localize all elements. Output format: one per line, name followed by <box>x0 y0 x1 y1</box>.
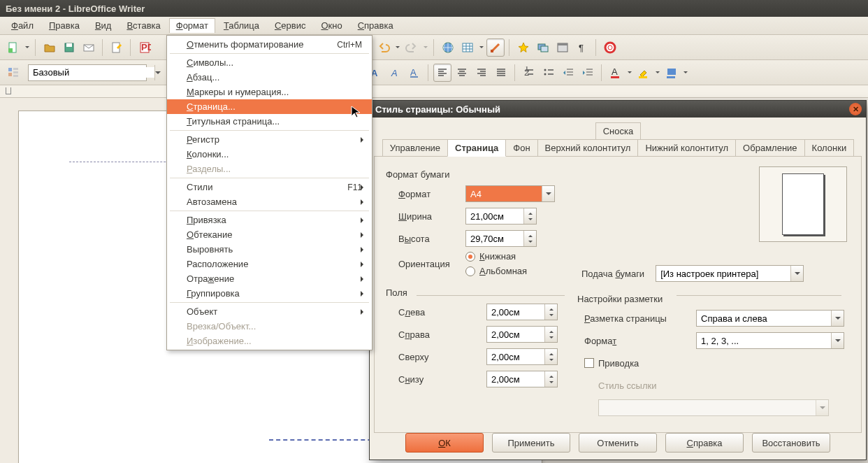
checkbox-register[interactable]: Приводка <box>584 358 651 369</box>
edit-mode-icon[interactable] <box>108 38 126 57</box>
paragraph-style-dropdown[interactable] <box>154 65 161 80</box>
background-color-dropdown[interactable] <box>682 69 689 76</box>
menu-вид[interactable]: Вид <box>88 18 119 33</box>
margin-top-input[interactable] <box>487 349 544 364</box>
radio-landscape[interactable]: Альбомная <box>465 266 533 276</box>
email-icon[interactable] <box>80 38 98 57</box>
paper-tray-input[interactable] <box>656 266 790 281</box>
page-layout-combo[interactable] <box>696 310 844 327</box>
width-spinner[interactable] <box>465 208 537 225</box>
margin-top-spinner[interactable] <box>486 348 558 365</box>
tab-5[interactable]: Обрамление <box>735 139 804 157</box>
apply-button[interactable]: Применить <box>492 433 570 453</box>
menu-item[interactable]: Автозамена <box>167 194 372 209</box>
menu-item[interactable]: Титульная страница... <box>167 114 372 129</box>
menu-item[interactable]: Группировка <box>167 286 372 301</box>
menu-item[interactable]: Расположение <box>167 257 372 271</box>
paper-tray-combo[interactable] <box>656 265 804 282</box>
paper-tray-dropdown-icon[interactable] <box>790 266 803 281</box>
paragraph-style-input[interactable] <box>29 67 154 78</box>
height-down-icon[interactable] <box>524 238 536 246</box>
new-doc-icon[interactable] <box>4 38 22 57</box>
number-format-input[interactable] <box>697 333 831 348</box>
radio-portrait[interactable]: Книжная <box>465 251 533 262</box>
save-icon[interactable] <box>60 38 78 57</box>
menu-item[interactable]: Страница... <box>167 99 372 114</box>
background-color-icon[interactable] <box>663 64 681 82</box>
menu-item[interactable]: Маркеры и нумерация... <box>167 85 372 99</box>
tab-2[interactable]: Фон <box>505 139 537 157</box>
page-layout-input[interactable] <box>697 311 831 326</box>
nonprinting-chars-icon[interactable]: ¶ <box>573 38 591 57</box>
tab-6[interactable]: Колонки <box>804 139 855 157</box>
navigator-icon[interactable] <box>514 38 533 57</box>
tab-1[interactable]: Страница <box>447 139 506 157</box>
tab-3[interactable]: Верхний колонтитул <box>537 139 639 157</box>
ok-button[interactable]: ОК <box>405 433 484 453</box>
menu-окно[interactable]: Окно <box>314 18 349 33</box>
menu-правка[interactable]: Правка <box>42 18 87 33</box>
margin-bottom-spinner[interactable] <box>486 371 558 387</box>
align-right-icon[interactable] <box>472 64 491 82</box>
menu-справка[interactable]: Справка <box>351 18 400 33</box>
italic-icon[interactable]: A <box>386 64 404 82</box>
align-center-icon[interactable] <box>453 64 471 82</box>
page-layout-dropdown-icon[interactable] <box>831 311 844 326</box>
font-color-dropdown[interactable] <box>626 69 633 76</box>
number-format-dropdown-icon[interactable] <box>831 333 844 348</box>
underline-icon[interactable]: A <box>405 64 424 82</box>
align-left-icon[interactable] <box>433 64 451 82</box>
bullet-list-icon[interactable] <box>540 64 558 82</box>
tab-4[interactable]: Нижний колонтитул <box>637 139 736 157</box>
highlight-dropdown[interactable] <box>654 69 661 76</box>
menu-item[interactable]: Объект <box>167 304 372 319</box>
new-doc-dropdown[interactable] <box>24 44 31 50</box>
tab-footnote[interactable]: Сноска <box>595 122 642 139</box>
paper-format-dropdown-icon[interactable] <box>542 186 554 201</box>
number-format-combo[interactable] <box>696 332 844 349</box>
menu-item[interactable]: Отражение <box>167 271 372 286</box>
width-up-icon[interactable] <box>524 208 536 216</box>
table-icon[interactable] <box>458 38 477 57</box>
dialog-title-bar[interactable]: Стиль страницы: Обычный ✕ <box>370 101 866 117</box>
cancel-button[interactable]: Отменить <box>579 433 657 453</box>
menu-вставка[interactable]: Вставка <box>120 18 167 33</box>
open-icon[interactable] <box>41 38 59 57</box>
numbered-list-icon[interactable]: 12 <box>520 64 538 82</box>
margin-left-spinner[interactable] <box>486 304 558 320</box>
menu-item[interactable]: Выровнять <box>167 242 372 257</box>
horizontal-ruler[interactable] <box>0 85 868 98</box>
highlight-icon[interactable] <box>635 64 653 82</box>
export-pdf-icon[interactable]: PDF <box>136 38 154 57</box>
tab-0[interactable]: Управление <box>382 139 448 157</box>
styles-dialog-icon[interactable] <box>4 64 22 82</box>
align-justify-icon[interactable] <box>492 64 510 82</box>
paper-format-input[interactable] <box>466 186 542 201</box>
data-sources-icon[interactable] <box>554 38 572 57</box>
reset-button[interactable]: Восстановить <box>752 433 830 453</box>
menu-item[interactable]: Привязка <box>167 213 372 227</box>
close-icon[interactable]: ✕ <box>849 103 862 115</box>
menu-формат[interactable]: Формат <box>169 18 215 33</box>
margin-right-spinner[interactable] <box>486 326 558 343</box>
menu-таблица[interactable]: Таблица <box>217 18 266 33</box>
help-button[interactable]: Справка <box>665 433 744 453</box>
decrease-indent-icon[interactable] <box>559 64 577 82</box>
height-up-icon[interactable] <box>524 231 536 238</box>
redo-dropdown[interactable] <box>422 44 429 50</box>
redo-icon[interactable] <box>403 38 421 57</box>
menu-item[interactable]: Отменить форматированиеCtrl+M <box>167 37 372 52</box>
menu-сервис[interactable]: Сервис <box>268 18 313 33</box>
help-icon[interactable] <box>601 38 619 57</box>
margin-left-input[interactable] <box>487 304 544 320</box>
menu-item[interactable]: Регистр <box>167 132 372 147</box>
hyperlink-icon[interactable] <box>439 38 457 57</box>
font-color-icon[interactable]: A <box>607 64 625 82</box>
undo-dropdown[interactable] <box>394 44 401 50</box>
margin-right-input[interactable] <box>487 327 544 342</box>
undo-icon[interactable] <box>375 38 393 57</box>
menu-item[interactable]: Символы... <box>167 55 372 70</box>
height-input[interactable] <box>466 231 523 246</box>
width-down-icon[interactable] <box>524 216 536 224</box>
menu-файл[interactable]: Файл <box>4 18 41 33</box>
